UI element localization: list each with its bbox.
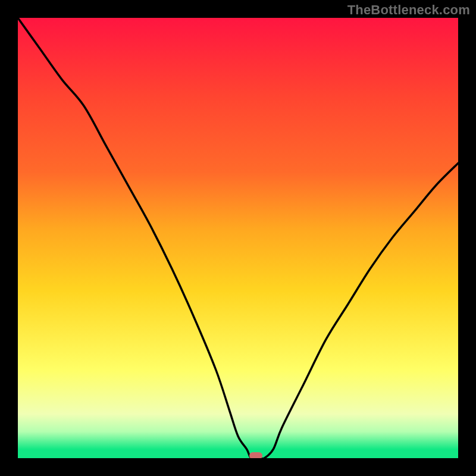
chart-stage: TheBottleneck.com [0, 0, 476, 476]
bottleneck-curve [18, 18, 458, 458]
plot-area [18, 18, 458, 458]
watermark-text: TheBottleneck.com [347, 2, 470, 18]
optimal-point-marker [249, 452, 262, 458]
